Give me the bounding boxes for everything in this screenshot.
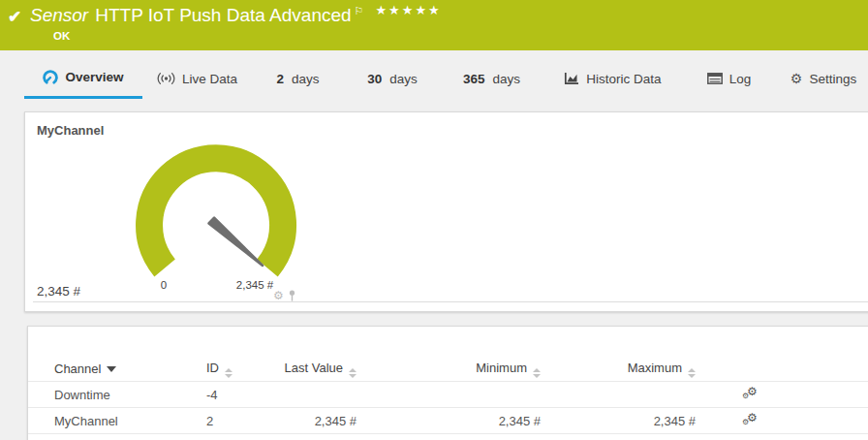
cell-maximum: 2,345 # <box>541 414 696 428</box>
cell-channel[interactable]: MyChannel <box>54 414 206 428</box>
tab-label: days <box>292 72 320 86</box>
tab-bar: Overview Live Data 2 days 30 days 365 <box>0 58 868 99</box>
check-icon: ✔ <box>8 7 21 27</box>
tab-overview[interactable]: Overview <box>24 58 142 99</box>
tab-365-days[interactable]: 365 days <box>441 58 542 99</box>
column-header-channel[interactable]: Channel <box>54 361 206 376</box>
sensor-status-header: ✔ SensorHTTP IoT Push Data Advanced⚐★★★★… <box>0 0 868 50</box>
gear-icon: ⚙ <box>790 72 803 85</box>
gauge-chart: 0 2,345 # <box>119 128 313 295</box>
gauge-current-value: 2,345 # <box>37 284 80 299</box>
log-list-icon <box>707 73 723 84</box>
sort-icon <box>688 368 696 378</box>
tab-label: Log <box>729 72 752 86</box>
column-header-maximum[interactable]: Maximum <box>541 360 696 378</box>
cell-id: 2 <box>206 414 284 428</box>
table-row-downtime[interactable]: Downtime -4 ⚙ ⚙ <box>28 382 868 408</box>
gauge-icon <box>43 70 58 85</box>
object-type-label: Sensor <box>30 5 88 25</box>
tab-number: 365 <box>463 72 485 86</box>
tab-2-days[interactable]: 2 days <box>252 58 344 99</box>
cell-channel[interactable]: Downtime <box>54 388 206 402</box>
tab-settings[interactable]: ⚙ Settings <box>775 58 868 99</box>
gauge-settings-gear-icon[interactable]: ⚙ <box>273 289 284 302</box>
prtg-sensor-page: ✔ SensorHTTP IoT Push Data Advanced⚐★★★★… <box>0 0 868 440</box>
column-header-last-value[interactable]: Last Value <box>284 360 356 378</box>
tab-label: Settings <box>809 72 856 86</box>
sensor-name: HTTP IoT Push Data Advanced <box>95 5 351 25</box>
cell-minimum: 2,345 # <box>356 414 541 428</box>
tab-label: Historic Data <box>586 72 661 86</box>
gauge-footer-icons: ⚙ <box>273 289 296 302</box>
tab-number: 30 <box>367 72 382 86</box>
gauge-footer-divider <box>33 301 868 302</box>
tab-30-days[interactable]: 30 days <box>344 58 441 99</box>
priority-stars[interactable]: ★★★★★ <box>375 3 441 17</box>
cell-last-value: 2,345 # <box>284 414 356 428</box>
tab-label: Overview <box>65 70 123 84</box>
tab-historic-data[interactable]: Historic Data <box>542 58 683 99</box>
gauge-panel: MyChannel 0 2,345 # 2,345 # ⚙ <box>24 111 868 312</box>
tab-label: days <box>389 72 418 86</box>
table-header-row: Channel ID Last Value Minimum Maximum <box>28 356 868 382</box>
channel-table-panel: Channel ID Last Value Minimum Maximum Do… <box>27 326 868 440</box>
sort-icon <box>225 368 232 378</box>
tab-label: Live Data <box>182 72 237 86</box>
gauge-channel-label: MyChannel <box>37 123 104 138</box>
sort-icon <box>349 368 356 378</box>
channel-table: Channel ID Last Value Minimum Maximum Do… <box>28 356 868 434</box>
sort-icon <box>533 368 541 378</box>
gauge-scale-min: 0 <box>161 279 167 291</box>
flag-icon[interactable]: ⚐ <box>355 5 364 16</box>
column-header-id[interactable]: ID <box>206 360 284 378</box>
status-badge: OK <box>53 30 70 42</box>
channel-settings-icon[interactable]: ⚙ ⚙ <box>696 388 742 402</box>
area-chart-icon <box>564 72 579 85</box>
column-header-minimum[interactable]: Minimum <box>356 360 541 378</box>
channel-settings-icon[interactable]: ⚙ ⚙ <box>696 414 742 428</box>
tab-label: days <box>493 72 521 86</box>
table-row-mychannel[interactable]: MyChannel 2 2,345 # 2,345 # 2,345 # ⚙ ⚙ <box>28 408 868 434</box>
gauge-scale-max: 2,345 # <box>236 279 274 291</box>
sort-desc-icon <box>107 366 116 372</box>
tab-log[interactable]: Log <box>683 58 775 99</box>
tab-live-data[interactable]: Live Data <box>142 58 252 99</box>
cell-id: -4 <box>206 388 284 402</box>
broadcast-icon <box>157 72 175 85</box>
page-title: SensorHTTP IoT Push Data Advanced⚐★★★★★ <box>30 5 442 26</box>
tab-number: 2 <box>276 72 284 86</box>
pin-icon[interactable] <box>288 290 296 302</box>
